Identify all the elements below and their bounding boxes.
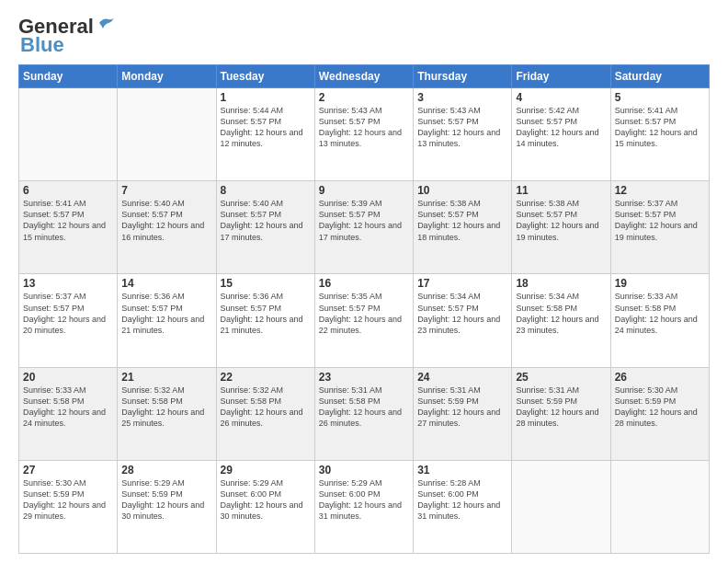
calendar-cell: [118, 88, 216, 181]
calendar-cell: 15Sunrise: 5:36 AM Sunset: 5:57 PM Dayli…: [216, 274, 314, 367]
day-number: 19: [615, 277, 705, 290]
day-info: Sunrise: 5:33 AM Sunset: 5:58 PM Dayligh…: [615, 291, 705, 336]
day-info: Sunrise: 5:35 AM Sunset: 5:57 PM Dayligh…: [319, 291, 409, 336]
day-info: Sunrise: 5:29 AM Sunset: 6:00 PM Dayligh…: [319, 477, 409, 523]
day-info: Sunrise: 5:39 AM Sunset: 5:57 PM Dayligh…: [319, 198, 409, 243]
day-info: Sunrise: 5:44 AM Sunset: 5:57 PM Dayligh…: [221, 105, 311, 150]
header: General Blue: [18, 15, 710, 57]
day-info: Sunrise: 5:43 AM Sunset: 5:57 PM Dayligh…: [319, 105, 409, 150]
day-info: Sunrise: 5:38 AM Sunset: 5:57 PM Dayligh…: [417, 198, 507, 243]
calendar-cell: 4Sunrise: 5:42 AM Sunset: 5:57 PM Daylig…: [512, 88, 610, 181]
logo-bird-icon: [96, 16, 116, 34]
day-number: 9: [319, 184, 409, 197]
day-info: Sunrise: 5:32 AM Sunset: 5:58 PM Dayligh…: [221, 385, 311, 430]
day-number: 22: [221, 371, 311, 384]
weekday-header-row: SundayMondayTuesdayWednesdayThursdayFrid…: [19, 65, 710, 88]
calendar-cell: 16Sunrise: 5:35 AM Sunset: 5:57 PM Dayli…: [314, 274, 413, 367]
day-info: Sunrise: 5:38 AM Sunset: 5:57 PM Dayligh…: [516, 198, 606, 243]
day-number: 13: [23, 277, 113, 290]
day-number: 5: [615, 91, 705, 104]
calendar-cell: 23Sunrise: 5:31 AM Sunset: 5:58 PM Dayli…: [314, 367, 413, 460]
calendar-cell: 6Sunrise: 5:41 AM Sunset: 5:57 PM Daylig…: [19, 181, 118, 274]
day-number: 23: [319, 371, 409, 384]
weekday-thursday: Thursday: [414, 65, 512, 88]
calendar-cell: 11Sunrise: 5:38 AM Sunset: 5:57 PM Dayli…: [512, 181, 610, 274]
week-row-4: 20Sunrise: 5:33 AM Sunset: 5:58 PM Dayli…: [19, 367, 710, 460]
calendar-cell: 28Sunrise: 5:29 AM Sunset: 5:59 PM Dayli…: [118, 460, 216, 553]
day-number: 24: [417, 371, 507, 384]
week-row-1: 1Sunrise: 5:44 AM Sunset: 5:57 PM Daylig…: [19, 88, 710, 181]
day-info: Sunrise: 5:31 AM Sunset: 5:59 PM Dayligh…: [417, 385, 507, 430]
weekday-friday: Friday: [512, 65, 610, 88]
day-info: Sunrise: 5:37 AM Sunset: 5:57 PM Dayligh…: [615, 198, 705, 243]
day-number: 2: [319, 91, 409, 104]
day-info: Sunrise: 5:41 AM Sunset: 5:57 PM Dayligh…: [615, 105, 705, 150]
day-info: Sunrise: 5:32 AM Sunset: 5:58 PM Dayligh…: [121, 385, 211, 430]
calendar-cell: 18Sunrise: 5:34 AM Sunset: 5:58 PM Dayli…: [512, 274, 610, 367]
day-number: 1: [221, 91, 311, 104]
day-info: Sunrise: 5:34 AM Sunset: 5:58 PM Dayligh…: [516, 291, 606, 336]
calendar-cell: [512, 460, 610, 553]
calendar-cell: 17Sunrise: 5:34 AM Sunset: 5:57 PM Dayli…: [414, 274, 512, 367]
calendar-cell: 27Sunrise: 5:30 AM Sunset: 5:59 PM Dayli…: [19, 460, 118, 553]
day-info: Sunrise: 5:40 AM Sunset: 5:57 PM Dayligh…: [121, 198, 211, 243]
day-number: 15: [221, 277, 311, 290]
day-info: Sunrise: 5:36 AM Sunset: 5:57 PM Dayligh…: [121, 291, 211, 336]
day-number: 17: [417, 277, 507, 290]
calendar-cell: 3Sunrise: 5:43 AM Sunset: 5:57 PM Daylig…: [414, 88, 512, 181]
day-number: 7: [121, 184, 211, 197]
calendar-cell: 9Sunrise: 5:39 AM Sunset: 5:57 PM Daylig…: [314, 181, 413, 274]
week-row-3: 13Sunrise: 5:37 AM Sunset: 5:57 PM Dayli…: [19, 274, 710, 367]
day-number: 14: [121, 277, 211, 290]
day-number: 18: [516, 277, 606, 290]
day-number: 27: [23, 464, 113, 477]
day-number: 4: [516, 91, 606, 104]
calendar-cell: 12Sunrise: 5:37 AM Sunset: 5:57 PM Dayli…: [610, 181, 709, 274]
calendar-cell: [19, 88, 118, 181]
day-number: 25: [516, 371, 606, 384]
week-row-5: 27Sunrise: 5:30 AM Sunset: 5:59 PM Dayli…: [19, 460, 710, 553]
day-info: Sunrise: 5:28 AM Sunset: 6:00 PM Dayligh…: [417, 477, 507, 523]
week-row-2: 6Sunrise: 5:41 AM Sunset: 5:57 PM Daylig…: [19, 181, 710, 274]
day-info: Sunrise: 5:29 AM Sunset: 5:59 PM Dayligh…: [121, 477, 211, 523]
calendar-cell: 20Sunrise: 5:33 AM Sunset: 5:58 PM Dayli…: [19, 367, 118, 460]
calendar-cell: 5Sunrise: 5:41 AM Sunset: 5:57 PM Daylig…: [610, 88, 709, 181]
calendar-cell: 21Sunrise: 5:32 AM Sunset: 5:58 PM Dayli…: [118, 367, 216, 460]
calendar-cell: 10Sunrise: 5:38 AM Sunset: 5:57 PM Dayli…: [414, 181, 512, 274]
calendar: SundayMondayTuesdayWednesdayThursdayFrid…: [18, 64, 710, 554]
day-info: Sunrise: 5:41 AM Sunset: 5:57 PM Dayligh…: [23, 198, 113, 243]
day-number: 16: [319, 277, 409, 290]
weekday-saturday: Saturday: [610, 65, 709, 88]
day-number: 28: [121, 464, 211, 477]
calendar-cell: 29Sunrise: 5:29 AM Sunset: 6:00 PM Dayli…: [216, 460, 314, 553]
day-number: 30: [319, 464, 409, 477]
calendar-cell: 25Sunrise: 5:31 AM Sunset: 5:59 PM Dayli…: [512, 367, 610, 460]
calendar-cell: [610, 460, 709, 553]
calendar-cell: 8Sunrise: 5:40 AM Sunset: 5:57 PM Daylig…: [216, 181, 314, 274]
calendar-cell: 13Sunrise: 5:37 AM Sunset: 5:57 PM Dayli…: [19, 274, 118, 367]
day-info: Sunrise: 5:34 AM Sunset: 5:57 PM Dayligh…: [417, 291, 507, 336]
logo-blue: Blue: [20, 33, 64, 57]
day-info: Sunrise: 5:40 AM Sunset: 5:57 PM Dayligh…: [221, 198, 311, 243]
logo: General Blue: [18, 15, 116, 57]
day-info: Sunrise: 5:36 AM Sunset: 5:57 PM Dayligh…: [221, 291, 311, 336]
calendar-cell: 22Sunrise: 5:32 AM Sunset: 5:58 PM Dayli…: [216, 367, 314, 460]
calendar-cell: 30Sunrise: 5:29 AM Sunset: 6:00 PM Dayli…: [314, 460, 413, 553]
day-info: Sunrise: 5:30 AM Sunset: 5:59 PM Dayligh…: [615, 385, 705, 430]
day-number: 3: [417, 91, 507, 104]
day-info: Sunrise: 5:42 AM Sunset: 5:57 PM Dayligh…: [516, 105, 606, 150]
day-number: 11: [516, 184, 606, 197]
weekday-wednesday: Wednesday: [314, 65, 413, 88]
day-info: Sunrise: 5:31 AM Sunset: 5:59 PM Dayligh…: [516, 385, 606, 430]
calendar-cell: 31Sunrise: 5:28 AM Sunset: 6:00 PM Dayli…: [414, 460, 512, 553]
weekday-sunday: Sunday: [19, 65, 118, 88]
calendar-cell: 7Sunrise: 5:40 AM Sunset: 5:57 PM Daylig…: [118, 181, 216, 274]
day-info: Sunrise: 5:37 AM Sunset: 5:57 PM Dayligh…: [23, 291, 113, 336]
day-number: 26: [615, 371, 705, 384]
day-info: Sunrise: 5:33 AM Sunset: 5:58 PM Dayligh…: [23, 385, 113, 430]
day-info: Sunrise: 5:43 AM Sunset: 5:57 PM Dayligh…: [417, 105, 507, 150]
calendar-cell: 19Sunrise: 5:33 AM Sunset: 5:58 PM Dayli…: [610, 274, 709, 367]
weekday-monday: Monday: [118, 65, 216, 88]
day-number: 29: [221, 464, 311, 477]
day-info: Sunrise: 5:30 AM Sunset: 5:59 PM Dayligh…: [23, 477, 113, 523]
